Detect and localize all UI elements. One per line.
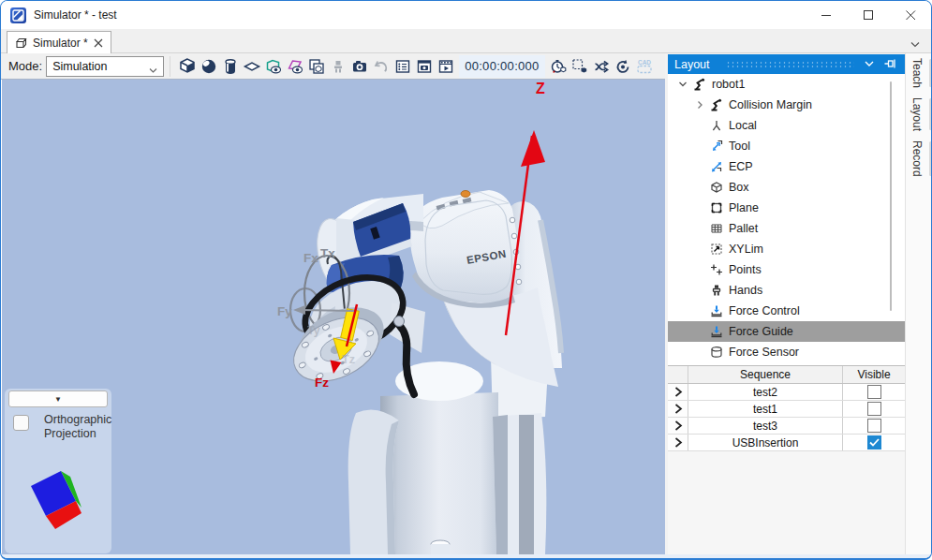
side-tab-teach[interactable]: Teach xyxy=(910,53,924,93)
tree-item-box[interactable]: Box xyxy=(668,177,905,198)
visible-checkbox[interactable] xyxy=(867,385,881,399)
tree-item-ecp[interactable]: ECP xyxy=(668,156,905,177)
panel-pin-icon[interactable] xyxy=(883,57,896,74)
tree-expander-spacer xyxy=(692,200,707,215)
tree-expander-down-icon[interactable] xyxy=(675,77,690,92)
visible-checkbox[interactable] xyxy=(867,419,881,433)
tree-item-xylim[interactable]: XYLim xyxy=(668,239,905,259)
visible-checkbox[interactable] xyxy=(867,402,881,416)
copy-cube-button[interactable] xyxy=(305,54,327,79)
sequence-name[interactable]: test1 xyxy=(688,401,843,417)
maximize-button[interactable] xyxy=(848,1,889,29)
undo-icon xyxy=(372,57,391,76)
motion-path-icon xyxy=(592,57,611,76)
list-view-button[interactable] xyxy=(392,54,413,79)
visible-cell xyxy=(843,384,905,400)
tree-item-label: Hands xyxy=(729,284,762,297)
tree-item-label: Plane xyxy=(729,201,759,214)
sphere-button[interactable] xyxy=(198,54,219,79)
tree-item-label: Local xyxy=(729,119,757,132)
rotate-view-button[interactable] xyxy=(613,54,634,79)
stopwatch-button[interactable] xyxy=(548,54,570,79)
tree-item-points[interactable]: Points xyxy=(668,259,905,280)
tree-item-label: Pallet xyxy=(729,222,758,235)
tree-item-label: ECP xyxy=(729,160,753,173)
tree-item-plane[interactable]: Plane xyxy=(668,198,905,218)
mode-dropdown[interactable]: Simulation xyxy=(46,56,164,77)
diamond-icon xyxy=(243,57,261,76)
tree-expander-spacer xyxy=(692,139,707,154)
tree-scrollbar[interactable] xyxy=(890,81,892,311)
tab-simulator[interactable]: Simulator * xyxy=(7,31,111,54)
tree-item-local[interactable]: Local xyxy=(668,115,905,136)
orientation-cube[interactable] xyxy=(5,389,98,538)
tree-item-tool[interactable]: Tool xyxy=(668,136,905,156)
row-expander[interactable] xyxy=(668,418,688,434)
side-tab-layout[interactable]: Layout xyxy=(910,93,924,136)
connector-button[interactable] xyxy=(327,54,348,79)
tree-item-force-control[interactable]: Force Control xyxy=(668,301,905,321)
visible-column-header[interactable]: Visible xyxy=(843,366,905,383)
robot-lower-body xyxy=(348,351,549,554)
tz-label: Tz xyxy=(342,353,355,366)
cube-button[interactable] xyxy=(176,54,198,79)
plane-eye-button[interactable] xyxy=(284,54,305,79)
visible-checkbox[interactable] xyxy=(867,435,881,449)
row-expander[interactable] xyxy=(668,435,688,450)
tree-expander-spacer xyxy=(692,221,707,236)
tree-item-label: Points xyxy=(729,263,762,276)
force-icon xyxy=(707,303,725,318)
tree-item-force-sensor[interactable]: Force Sensor xyxy=(668,342,905,362)
tree-item-pallet[interactable]: Pallet xyxy=(668,218,905,239)
tree-expander-spacer xyxy=(692,242,707,257)
motion-path-button[interactable] xyxy=(591,54,613,79)
tree-item-force-guide[interactable]: Force Guide xyxy=(668,321,905,342)
select-cube-button[interactable] xyxy=(570,54,591,79)
tree-expander-spacer xyxy=(692,345,707,360)
undo-button[interactable] xyxy=(370,54,392,79)
tree-item-hands[interactable]: Hands xyxy=(668,280,905,301)
cube-eye-button[interactable] xyxy=(262,54,284,79)
row-expander[interactable] xyxy=(668,384,688,400)
snapshot-icon xyxy=(415,57,434,76)
tab-close-icon[interactable] xyxy=(94,38,103,48)
tree-item-robot1[interactable]: robot1 xyxy=(668,74,905,95)
tree-item-collision-margin[interactable]: Collision Margin xyxy=(668,95,905,115)
cube-eye-icon xyxy=(264,57,283,76)
tabstrip-chevron-icon[interactable] xyxy=(910,36,920,52)
sphere-icon xyxy=(200,57,218,76)
dropdown-chevron-icon xyxy=(149,64,157,77)
row-expander[interactable] xyxy=(668,401,688,417)
tree-expander-spacer xyxy=(692,324,707,339)
tree-expander-right-icon[interactable] xyxy=(692,97,707,112)
sequence-name[interactable]: test2 xyxy=(688,384,843,400)
diamond-button[interactable] xyxy=(241,54,262,79)
cad-button[interactable]: CAD xyxy=(634,54,656,79)
ecp-icon xyxy=(707,159,725,174)
side-tab-record[interactable]: Record xyxy=(910,136,924,182)
layout-panel: Layout robot1Collision MarginLocalToolEC… xyxy=(668,53,905,554)
tree-item-label: XYLim xyxy=(729,243,763,256)
sequence-name[interactable]: USBInsertion xyxy=(688,435,843,450)
rotate-view-icon xyxy=(614,57,632,76)
visible-cell xyxy=(843,401,905,417)
layout-panel-header[interactable]: Layout xyxy=(668,54,905,74)
app-window: Simulator * - test Simulator * Mode: Sim… xyxy=(0,0,932,560)
film-button[interactable] xyxy=(435,54,456,79)
minimize-button[interactable] xyxy=(806,1,847,29)
toolbar-separator xyxy=(170,56,170,77)
tree-item-label: Force Control xyxy=(729,304,800,317)
points-icon xyxy=(707,262,725,277)
cylinder-button[interactable] xyxy=(219,54,241,79)
panel-collapse-chevron-icon[interactable] xyxy=(864,57,875,74)
sequence-column-header[interactable]: Sequence xyxy=(688,366,843,383)
snapshot-button[interactable] xyxy=(413,54,435,79)
layout-tree: robot1Collision MarginLocalToolECPBoxPla… xyxy=(668,74,905,365)
panel-title: Layout xyxy=(674,58,710,71)
app-icon xyxy=(10,7,26,23)
viewport-3d[interactable]: EPSON xyxy=(2,80,665,554)
sequence-name[interactable]: test3 xyxy=(688,418,843,434)
tree-expander-spacer xyxy=(692,262,707,277)
camera-button[interactable] xyxy=(348,54,370,79)
close-button[interactable] xyxy=(890,1,931,29)
